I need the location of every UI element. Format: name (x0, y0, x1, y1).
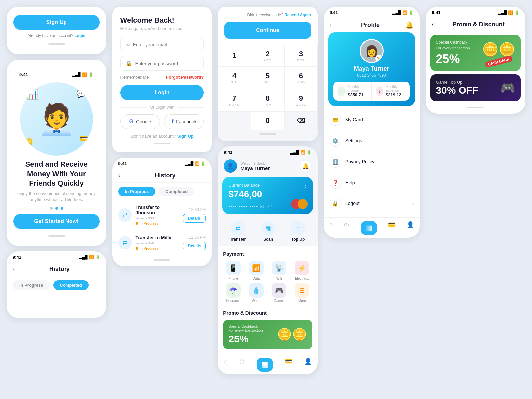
history-tabs: In Progress Completed (112, 183, 212, 200)
pin-key-7[interactable]: 7 PQRS (218, 89, 251, 111)
back-button-promo[interactable]: ‹ (432, 21, 434, 28)
dashboard-card: 9:41 ▂▄█ 📶 🔋 👤 Welcome Back, Maya Turner… (218, 146, 318, 374)
phone-icon: 📱 (226, 261, 241, 275)
login-link[interactable]: Login (75, 33, 86, 38)
promo-card: 9:41 ▂▄█ 📶 🔋 ‹ Promo & Discount Special … (426, 7, 525, 114)
get-started-button[interactable]: Get Started Now! (13, 214, 100, 229)
nav-history[interactable]: ◷ (239, 358, 245, 372)
remember-row: Remember Me Forgot Password? (120, 75, 204, 80)
menu-privacy[interactable]: ℹ️ Privacy Policy › (324, 151, 420, 172)
details-btn-2[interactable]: Details (183, 242, 206, 250)
pnav-scan[interactable]: ▦ (361, 221, 377, 235)
income-info: Monthly Income $350,71 (348, 85, 367, 97)
tab-inprogress-small[interactable]: In Progress (13, 280, 50, 290)
signup-link[interactable]: Sign Up (177, 134, 194, 139)
envelope-icon: ✉ (125, 41, 130, 48)
facebook-button[interactable]: f Facebook (164, 114, 204, 129)
insurance-icon: ☂️ (226, 283, 241, 298)
mastercard-logo (291, 199, 308, 209)
help-icon: ❓ (330, 177, 341, 189)
pay-data[interactable]: 📶 Data (246, 261, 266, 280)
tab-inprogress[interactable]: In Progress (118, 187, 156, 196)
edit-profile-button[interactable]: ✏️ (375, 55, 383, 62)
password-input[interactable] (135, 61, 199, 66)
menu-mycard[interactable]: 💳 My Card › (324, 109, 420, 130)
battery-icon-2: 🔋 (95, 255, 100, 259)
more-icon: ⊞ (295, 283, 309, 298)
dash-header: 👤 Welcome Back, Maya Turner 🔔 (218, 156, 318, 177)
dash-bottom-nav: ⌂ ◷ ▦ 💳 👤 (218, 354, 318, 374)
back-button-history[interactable]: ‹ (118, 172, 120, 179)
pnav-card[interactable]: 💳 (388, 221, 395, 235)
column-5: 9:41 ▂▄█ 📶 🔋 ‹ Promo & Discount Special … (426, 7, 525, 114)
continue-button[interactable]: Continue (224, 22, 311, 39)
google-button[interactable]: G Google (120, 114, 160, 129)
forgot-password[interactable]: Forgot Password? (166, 75, 204, 80)
resend-link[interactable]: Resend Again (284, 13, 311, 17)
back-button-profile[interactable]: ‹ (330, 22, 332, 29)
social-login-row: G Google f Facebook (120, 114, 204, 129)
pin-key-empty (218, 111, 251, 130)
tab-completed[interactable]: Completed (159, 187, 194, 196)
menu-settings[interactable]: ⚙️ Settings › (324, 130, 420, 151)
scrollbar-pin (259, 133, 276, 135)
message-icon: 💬 (76, 89, 86, 98)
resend-row: Didn't receive code? Resend Again (224, 13, 311, 17)
pnav-home[interactable]: ⌂ (329, 221, 333, 235)
pin-key-2[interactable]: 2 ABC (251, 45, 284, 67)
pin-key-9[interactable]: 9 WXYZ (284, 89, 318, 111)
pin-key-8[interactable]: 8 TUV (251, 89, 284, 111)
onboarding-card: 9:41 ▂▄█ 📶 🔋 🧑‍💼 📊 💬 🪙 💳 Send and Receiv… (7, 60, 106, 246)
pin-key-6[interactable]: 6 MNO (284, 67, 318, 89)
scan-action[interactable]: ▦ Scan (261, 221, 276, 242)
login-card: Welcome Back! Hello again, you've been m… (112, 7, 212, 152)
wifi-icon-2: 📶 (89, 255, 94, 259)
nav-card[interactable]: 💳 (285, 358, 292, 372)
data-icon: 📶 (249, 261, 264, 275)
nav-profile[interactable]: 👤 (304, 358, 312, 372)
pin-key-0[interactable]: 0 (251, 111, 284, 130)
nav-home[interactable]: ⌂ (224, 358, 227, 372)
pay-phone[interactable]: 📱 Phone (223, 261, 243, 280)
tab-completed-small[interactable]: Completed (53, 280, 89, 290)
more-options[interactable]: ⋮ (302, 181, 308, 189)
coin-icon: 🪙 (25, 138, 33, 146)
pin-key-4[interactable]: 4 GHI (218, 67, 251, 89)
pay-more[interactable]: ⊞ More (292, 283, 312, 303)
menu-help[interactable]: ❓ Help › (324, 172, 420, 193)
menu-logout[interactable]: 🔓 Logout › (324, 193, 420, 214)
transaction-1: ⇄ Transfer to Jhonson •••••••••7880 In P… (112, 200, 212, 230)
status-icons: ▂▄█ 📶 🔋 (72, 72, 94, 77)
notification-button[interactable]: 🔔 (300, 160, 312, 172)
notification-icon-profile[interactable]: 🔔 (405, 21, 414, 29)
pay-electricity[interactable]: ⚡ Electricity (292, 261, 312, 280)
email-input[interactable] (133, 42, 199, 47)
history-title-small: History (19, 266, 100, 273)
scrollbar-promo (467, 107, 484, 108)
pay-insurance[interactable]: ☂️ Insurance (223, 283, 243, 303)
topup-action[interactable]: ↑ Top Up (291, 221, 305, 242)
pay-wifi[interactable]: 📡 Wifi (269, 261, 289, 280)
pnav-history[interactable]: ◷ (344, 221, 349, 235)
transfer-action[interactable]: ⇄ Transfer (230, 221, 246, 242)
scan-icon: ▦ (261, 221, 276, 236)
details-btn-1[interactable]: Details (183, 214, 206, 223)
pin-key-1[interactable]: 1 (218, 45, 251, 67)
signup-button[interactable]: Sign Up (13, 15, 100, 30)
pin-key-del[interactable]: ⌫ (284, 111, 318, 130)
scrollbar-login (154, 143, 170, 144)
wifi-icon: 📶 (82, 72, 87, 77)
back-button-small[interactable]: ‹ (13, 266, 15, 273)
status-label-2: In Progress (140, 246, 158, 250)
nav-scan-button[interactable]: ▦ (257, 358, 273, 372)
pnav-profile[interactable]: 👤 (407, 221, 414, 235)
pin-key-3[interactable]: 3 DEF (284, 45, 318, 67)
pay-water[interactable]: 💧 Water (246, 283, 266, 303)
tx-name-2: Transfer to Milly (136, 235, 179, 240)
login-button[interactable]: Login (120, 85, 204, 100)
pin-key-5[interactable]: 5 JKL (251, 67, 284, 89)
lock-icon: 🔒 (125, 60, 132, 66)
onboard-subtitle: enjoy the convenience of sending money a… (13, 190, 100, 203)
already-text: Already have an account? Login (27, 33, 85, 38)
pay-games[interactable]: 🎮 Games (269, 283, 289, 303)
